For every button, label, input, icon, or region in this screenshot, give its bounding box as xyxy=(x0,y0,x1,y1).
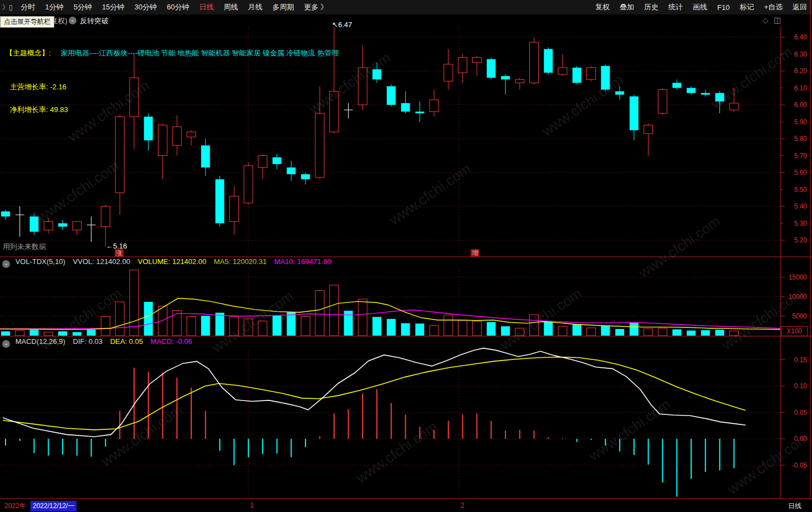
price-axis-label: 6.40 xyxy=(783,33,807,41)
nav-tooltip: 点击展开导航栏 xyxy=(0,16,54,28)
volume-indicator-header: ⌄ VOL-TDX(5,10) VVOL: 121402.00 VOLUME: … xyxy=(0,257,776,267)
vvol-value: VVOL: 121402.00 xyxy=(73,257,130,266)
macd-axis-label: 0.00 xyxy=(783,435,807,443)
price-axis-label: 5.70 xyxy=(783,152,807,160)
macd-axis-label: 0.10 xyxy=(783,382,807,390)
macd-indicator-name: MACD(12,26,9) xyxy=(16,337,65,346)
price-axis-label: 5.60 xyxy=(783,169,807,176)
vol-indicator-name: VOL-TDX(5,10) xyxy=(16,257,65,266)
month-label-1: 1 xyxy=(250,501,254,509)
price-axis-label: 6.20 xyxy=(783,67,807,75)
future-data-warning: 用到未来数据 xyxy=(3,242,46,252)
status-bar: 2022年 2022/12/12/一 1 2 日线 xyxy=(0,499,812,512)
price-axis-label: 5.50 xyxy=(783,186,807,194)
limit-up-badge: 涨 xyxy=(115,249,124,257)
price-axis-label: 5.20 xyxy=(783,236,807,244)
volume-value: VOLUME: 121402.00 xyxy=(138,257,207,266)
arrow-up-left-icon: ↖ xyxy=(332,21,338,29)
macd-axis-label: 0.15 xyxy=(783,356,807,364)
volume-axis-label: 15000 xyxy=(783,273,807,281)
price-axis-label: 5.40 xyxy=(783,202,807,210)
volume-surge-badge: 增 xyxy=(471,249,479,257)
theme-concept-line: 【主题概念】: 家用电器----江西板块----锂电池 节能 地热能 智能机器 … xyxy=(6,48,339,58)
year-label: 2022年 xyxy=(4,501,26,511)
profit-growth-label: 净利增长率: 49.83 xyxy=(10,105,68,115)
revenue-growth-label: 主营增长率: -2.16 xyxy=(10,82,67,92)
collapse-macd-icon[interactable]: ⌄ xyxy=(2,340,10,348)
volume-unit-label: X100 xyxy=(781,326,808,336)
period-label: 日线 xyxy=(783,501,807,511)
macd-indicator-header: ⌄ MACD(12,26,9) DIF: 0.03 DEA: 0.05 MACD… xyxy=(0,337,776,347)
collapse-volume-icon[interactable]: ⌄ xyxy=(2,260,10,268)
high-price-annotation: ↖6.47 xyxy=(332,21,352,29)
volume-axis-label: 10000 xyxy=(783,293,807,301)
dif-value: DIF: 0.03 xyxy=(73,337,103,346)
theme-concept-label: 【主题概念】: xyxy=(6,49,51,57)
price-axis-label: 5.80 xyxy=(783,135,807,143)
price-axis-label: 6.00 xyxy=(783,101,807,109)
macd-axis-label: -0.05 xyxy=(783,462,807,469)
macd-value: MACD: -0.06 xyxy=(151,337,192,346)
volume-axis-label: 5000 xyxy=(783,312,807,320)
month-label-2: 2 xyxy=(461,501,464,509)
price-axis-label: 6.10 xyxy=(783,84,807,92)
theme-concept-value: 家用电器----江西板块----锂电池 节能 地热能 智能机器 智能家居 镍金属… xyxy=(60,49,339,57)
vol-ma10-value: MA10: 169471.80 xyxy=(274,257,331,266)
macd-axis-label: 0.05 xyxy=(783,409,807,417)
arrow-left-icon: ← xyxy=(106,242,113,250)
selected-date: 2022/12/12/一 xyxy=(30,501,76,511)
price-axis-label: 6.30 xyxy=(783,50,807,58)
dea-value: DEA: 0.05 xyxy=(110,337,143,346)
price-axis-label: 5.90 xyxy=(783,118,807,126)
price-axis-label: 5.30 xyxy=(783,220,807,227)
stock-chart-app: 》▯ 分时1分钟5分钟15分钟30分钟60分钟日线周线月线多周期更多 》 复权叠… xyxy=(0,0,812,512)
vol-ma5-value: MA5: 120020.31 xyxy=(214,257,267,266)
